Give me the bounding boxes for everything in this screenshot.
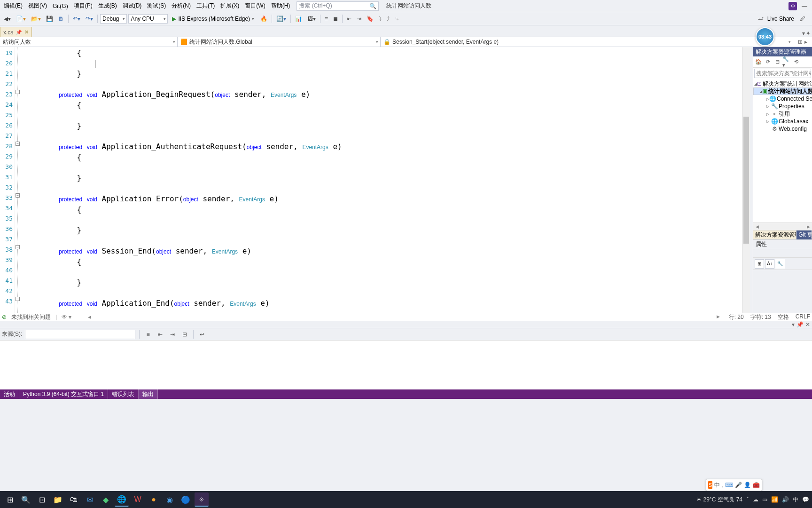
tab-activity[interactable]: 活动 — [0, 389, 19, 399]
menu-view[interactable]: 视图(V) — [25, 0, 50, 11]
mic-icon[interactable]: 🎤 — [735, 482, 742, 488]
menu-window[interactable]: 窗口(W) — [242, 0, 268, 11]
account-icon[interactable]: ⚙ — [789, 2, 797, 10]
fold-margin[interactable]: − − − − − — [15, 47, 22, 313]
tab-output[interactable]: 输出 — [139, 389, 158, 399]
tree-item[interactable]: ⚙Web.config — [753, 125, 812, 133]
tab-solution-explorer[interactable]: 解决方案资源管理器 — [753, 230, 796, 239]
scroll-thumb[interactable] — [743, 117, 749, 244]
tab-python[interactable]: Python 3.9 (64-bit) 交互式窗口 1 — [19, 389, 108, 399]
eol-indicator[interactable]: CRLF — [796, 313, 810, 321]
back-button[interactable]: ◀▾ — [2, 15, 13, 23]
vs-button[interactable]: ⟐ — [195, 492, 209, 507]
hscroll-right[interactable]: ▶ — [715, 313, 722, 320]
fold-toggle[interactable]: − — [16, 245, 20, 249]
vertical-scrollbar[interactable] — [742, 47, 750, 313]
close-icon[interactable]: ✕ — [805, 321, 810, 328]
tree-item[interactable]: ▷🔧Properties — [753, 103, 812, 110]
run-button[interactable]: ▶ IIS Express (Microsoft Edge) ▾ — [169, 16, 257, 22]
onedrive-icon[interactable]: ☁ — [753, 496, 758, 503]
new-button[interactable]: 📄▾ — [14, 15, 28, 23]
tab-git[interactable]: Git 更 — [796, 230, 812, 239]
save-all-button[interactable]: 🗎 — [56, 15, 66, 23]
save-button[interactable]: 💾 — [44, 15, 55, 23]
dropdown-icon[interactable]: ▾ — [792, 321, 795, 328]
menu-help[interactable]: 帮助(H) — [268, 0, 293, 11]
collapse-icon[interactable]: ⊟ — [773, 58, 781, 66]
wrap-button[interactable]: ↩ — [197, 330, 207, 339]
file-tab[interactable]: x.cs 📌 ✕ — [0, 27, 32, 37]
tab-menu-icon[interactable]: ✦ — [806, 30, 811, 37]
tab-errors[interactable]: 错误列表 — [108, 389, 139, 399]
tool-icon[interactable]: 🔧▾ — [782, 58, 791, 66]
menu-extensions[interactable]: 扩展(X) — [218, 0, 242, 11]
menu-analyze[interactable]: 分析(N) — [169, 0, 194, 11]
outdent-button[interactable]: ⇥ — [355, 15, 363, 23]
preview-icon[interactable]: 👁 ▾ — [62, 314, 71, 320]
solution-tree[interactable]: ◢⊡解决方案"统计网站访问人 ◢▣统计网站访问人数 ▷🌐Connected Se… — [753, 79, 812, 222]
goto-button[interactable]: ≡ — [143, 330, 153, 339]
app-button[interactable]: ◆ — [99, 492, 113, 507]
tree-item[interactable]: ▷🌐Connected Serv — [753, 95, 812, 103]
search-button[interactable]: 🔍 — [19, 492, 33, 507]
fold-toggle[interactable]: − — [16, 90, 20, 94]
menu-git[interactable]: Git(G) — [50, 1, 71, 11]
se-search[interactable]: 搜索解决方案"统计网站访问 — [754, 69, 811, 78]
hscroll-left[interactable]: ◀ — [86, 314, 93, 320]
home-icon[interactable]: 🏠 — [754, 58, 763, 66]
tool-btn[interactable]: 🖼▾ — [305, 15, 318, 23]
fold-toggle[interactable]: − — [16, 142, 20, 146]
refresh-icon[interactable]: ⟳ — [764, 58, 772, 66]
pin-icon[interactable]: 📌 — [796, 321, 804, 328]
explorer-button[interactable]: 📁 — [51, 492, 65, 507]
weather-widget[interactable]: ☀ 29°C 空气良 74 — [696, 496, 743, 504]
output-body[interactable] — [0, 341, 812, 389]
nav-class[interactable]: 🟧统计网站访问人数.Global — [178, 37, 381, 47]
battery-icon[interactable]: ▭ — [762, 496, 767, 503]
fold-toggle[interactable]: − — [16, 193, 20, 198]
browser-link-button[interactable]: 🔄▾ — [274, 15, 288, 23]
categorize-button[interactable]: ⊞ — [755, 259, 764, 269]
step-button[interactable]: ⤴ — [385, 15, 391, 23]
app-button[interactable]: ◉ — [163, 492, 177, 507]
volume-icon[interactable]: 🔊 — [782, 496, 789, 503]
bookmark-button[interactable]: 🔖 — [365, 15, 375, 23]
output-source-select[interactable] — [25, 330, 135, 339]
se-hscroll[interactable]: ◀▶ — [753, 222, 812, 230]
ime-toolbar[interactable]: S 中 , ⌨ 🎤 👤 🧰 — [706, 479, 762, 491]
keyboard-icon[interactable]: ⌨ — [725, 482, 733, 488]
sync-icon[interactable]: ⟲ — [792, 58, 800, 66]
tool-btn[interactable]: 📊 — [293, 15, 304, 23]
nav-method[interactable]: 🔒Session_Start(object sender, EventArgs … — [381, 37, 793, 47]
wps-button[interactable]: W — [131, 492, 145, 507]
menu-project[interactable]: 项目(P) — [71, 0, 95, 11]
notif-icon[interactable]: 💬 — [802, 496, 809, 503]
timer-overlay[interactable]: 03:43 — [756, 27, 774, 46]
edge-button[interactable]: 🌐 — [115, 492, 129, 507]
nav-split-icon[interactable]: ⊞ ▸ — [793, 37, 812, 47]
indent-indicator[interactable]: 空格 — [778, 313, 789, 321]
tree-item[interactable]: ▷🌐Global.asax — [753, 118, 812, 125]
char-indicator[interactable]: 字符: 13 — [750, 313, 771, 321]
indent-button[interactable]: ⇤ — [345, 15, 353, 23]
line-indicator[interactable]: 行: 20 — [729, 313, 744, 321]
menu-tools[interactable]: 工具(T) — [194, 0, 218, 11]
step-button[interactable]: ⤵ — [377, 15, 383, 23]
toolbox-icon[interactable]: 🧰 — [753, 482, 760, 488]
step-button[interactable]: ⤷ — [393, 15, 401, 23]
ime-lang[interactable]: 中 — [714, 481, 720, 489]
next-button[interactable]: ⇥ — [168, 330, 177, 339]
pin-icon[interactable]: 📌 — [16, 30, 22, 35]
mail-button[interactable]: ✉ — [83, 492, 97, 507]
menu-edit[interactable]: 编辑(E) — [1, 0, 25, 11]
clear-button[interactable]: ⊟ — [180, 330, 189, 339]
code-editor[interactable]: 19 20 21 22 23 24 25 26 27 28 29 30 31 3… — [0, 47, 750, 313]
menu-debug[interactable]: 调试(D) — [120, 0, 145, 11]
tray-up-icon[interactable]: ˄ — [746, 496, 749, 503]
ime-icon[interactable]: 中 — [793, 496, 798, 504]
issues-label[interactable]: 未找到相关问题 — [11, 313, 51, 321]
redo-button[interactable]: ↷▾ — [84, 15, 95, 23]
close-icon[interactable]: ✕ — [24, 29, 29, 35]
tree-item[interactable]: ▷▫引用 — [753, 110, 812, 118]
liveshare-button[interactable]: Live Share — [767, 16, 794, 22]
